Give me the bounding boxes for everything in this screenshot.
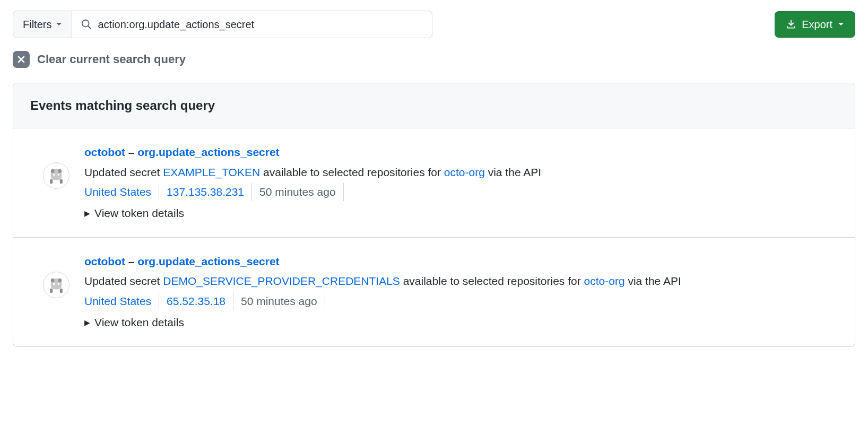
clear-search-label[interactable]: Clear current search query	[37, 53, 186, 66]
action-link[interactable]: org.update_actions_secret	[137, 146, 279, 158]
bot-avatar-icon	[47, 276, 65, 294]
search-icon	[81, 19, 92, 30]
svg-point-7	[57, 173, 59, 176]
event-body: octobot – org.update_actions_secret Upda…	[84, 253, 838, 332]
org-link[interactable]: octo-org	[584, 275, 625, 287]
desc-mid: available to selected repositories for	[260, 166, 444, 178]
view-token-details-toggle[interactable]: ▶ View token details	[84, 204, 184, 222]
svg-rect-9	[60, 179, 63, 184]
svg-point-0	[82, 20, 89, 27]
time-text: 50 minutes ago	[233, 292, 325, 310]
location-link[interactable]: United States	[84, 183, 159, 201]
event-meta: United States 137.135.38.231 50 minutes …	[84, 183, 838, 201]
org-link[interactable]: octo-org	[444, 166, 485, 178]
search-field-wrap[interactable]	[72, 11, 432, 38]
desc-suffix: via the API	[625, 275, 681, 287]
action-link[interactable]: org.update_actions_secret	[137, 255, 279, 267]
actor-avatar[interactable]	[43, 272, 70, 298]
svg-point-6	[53, 173, 55, 176]
event-item: octobot – org.update_actions_secret Upda…	[13, 238, 855, 346]
desc-prefix: Updated secret	[84, 275, 163, 287]
svg-rect-8	[50, 179, 53, 184]
secret-link[interactable]: EXAMPLE_TOKEN	[163, 166, 260, 178]
triangle-right-icon: ▶	[84, 207, 90, 219]
ip-link[interactable]: 137.135.38.231	[159, 183, 252, 201]
location-link[interactable]: United States	[84, 292, 159, 310]
export-label: Export	[802, 19, 832, 31]
secret-link[interactable]: DEMO_SERVICE_PROVIDER_CREDENTIALS	[163, 275, 400, 287]
event-body: octobot – org.update_actions_secret Upda…	[84, 143, 838, 222]
bot-avatar-icon	[47, 167, 65, 185]
x-icon	[16, 55, 26, 64]
results-box: Events matching search query octobot – o…	[13, 83, 855, 347]
actor-avatar[interactable]	[43, 162, 70, 189]
actor-link[interactable]: octobot	[84, 255, 125, 267]
event-description: Updated secret EXAMPLE_TOKEN available t…	[84, 163, 838, 181]
filters-label: Filters	[23, 19, 51, 31]
top-bar: Filters Export	[13, 11, 855, 38]
details-label: View token details	[94, 314, 184, 332]
actor-link[interactable]: octobot	[84, 146, 125, 158]
event-description: Updated secret DEMO_SERVICE_PROVIDER_CRE…	[84, 272, 838, 290]
title-dash: –	[125, 146, 137, 158]
time-text: 50 minutes ago	[252, 183, 344, 201]
svg-rect-15	[60, 289, 63, 293]
caret-down-icon	[838, 22, 844, 27]
event-meta: United States 65.52.35.18 50 minutes ago	[84, 292, 838, 310]
event-title: octobot – org.update_actions_secret	[84, 253, 838, 271]
clear-search-row[interactable]: Clear current search query	[13, 51, 855, 68]
desc-mid: available to selected repositories for	[400, 275, 584, 287]
results-header: Events matching search query	[13, 83, 855, 128]
view-token-details-toggle[interactable]: ▶ View token details	[84, 314, 184, 332]
clear-search-x-button[interactable]	[13, 51, 30, 68]
svg-line-1	[88, 26, 91, 29]
search-input[interactable]	[98, 19, 423, 31]
desc-suffix: via the API	[485, 166, 541, 178]
filters-button[interactable]: Filters	[13, 11, 72, 38]
export-button[interactable]: Export	[775, 11, 855, 38]
ip-link[interactable]: 65.52.35.18	[159, 292, 233, 310]
triangle-right-icon: ▶	[84, 317, 90, 328]
svg-rect-14	[50, 289, 53, 293]
svg-point-13	[57, 283, 59, 285]
download-icon	[786, 19, 796, 30]
event-title: octobot – org.update_actions_secret	[84, 143, 838, 161]
caret-down-icon	[56, 22, 62, 27]
details-label: View token details	[94, 204, 184, 222]
event-item: octobot – org.update_actions_secret Upda…	[13, 128, 855, 238]
desc-prefix: Updated secret	[84, 166, 163, 178]
title-dash: –	[125, 255, 137, 267]
svg-point-12	[53, 283, 55, 285]
